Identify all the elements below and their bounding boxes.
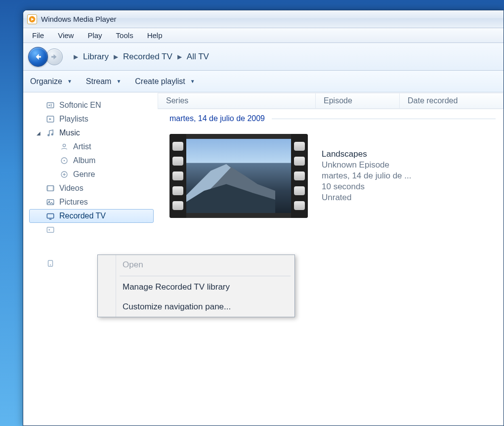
sidebar-item-music[interactable]: ◢ Music bbox=[29, 126, 154, 140]
breadcrumb-recorded-tv[interactable]: Recorded TV bbox=[123, 52, 172, 62]
sidebar-label: Pictures bbox=[59, 198, 88, 207]
expander-icon[interactable]: ◢ bbox=[37, 130, 41, 136]
column-headers: Series Episode Date recorded bbox=[158, 92, 504, 109]
toolbar: Organize ▼ Stream ▼ Create playlist ▼ bbox=[23, 71, 504, 92]
sidebar-item-videos[interactable]: Videos bbox=[29, 181, 154, 195]
nav-tree: Softonic EN Playlists ◢ Music bbox=[29, 98, 154, 270]
sidebar-label: Videos bbox=[59, 184, 84, 193]
titlebar: Windows Media Player bbox=[23, 10, 504, 28]
organize-dropdown[interactable]: Organize ▼ bbox=[30, 77, 72, 86]
ctx-open: Open bbox=[98, 255, 294, 275]
sidebar-label: Playlists bbox=[59, 115, 88, 124]
svg-rect-2 bbox=[47, 103, 54, 108]
sidebar-label: Genre bbox=[73, 170, 95, 179]
media-episode: Unknown Episode bbox=[322, 160, 411, 170]
date-group-header: martes, 14 de julio de 2009 bbox=[158, 109, 504, 125]
menu-play[interactable]: Play bbox=[81, 29, 109, 42]
sidebar-item-playlists[interactable]: Playlists bbox=[29, 112, 154, 126]
chevron-right-icon: ▶ bbox=[175, 53, 184, 60]
date-group-label: martes, 14 de julio de 2009 bbox=[169, 114, 265, 123]
forward-button[interactable] bbox=[46, 48, 63, 65]
app-window: Windows Media Player File View Play Tool… bbox=[23, 10, 504, 426]
svg-point-19 bbox=[48, 229, 50, 231]
stream-label: Stream bbox=[86, 77, 112, 86]
menu-view[interactable]: View bbox=[51, 29, 81, 42]
music-icon bbox=[45, 128, 55, 137]
svg-point-3 bbox=[48, 105, 50, 106]
media-rating: Unrated bbox=[322, 193, 411, 203]
tv-icon bbox=[45, 212, 55, 220]
sidebar-label: Softonic EN bbox=[59, 101, 101, 110]
genre-icon bbox=[59, 170, 69, 179]
chevron-down-icon: ▼ bbox=[67, 79, 72, 84]
media-title: Landscapes bbox=[322, 149, 411, 159]
sidebar: Softonic EN Playlists ◢ Music bbox=[23, 92, 158, 426]
svg-rect-18 bbox=[47, 227, 54, 233]
context-menu: Open Manage Recorded TV library Customiz… bbox=[97, 255, 295, 317]
menu-divider bbox=[120, 276, 291, 276]
media-metadata: Landscapes Unknown Episode martes, 14 de… bbox=[322, 149, 411, 203]
breadcrumb-all-tv[interactable]: All TV bbox=[187, 52, 209, 62]
album-icon bbox=[59, 156, 69, 165]
svg-point-7 bbox=[51, 133, 54, 136]
nav-row: ▶ Library ▶ Recorded TV ▶ All TV bbox=[23, 43, 504, 71]
col-date-recorded[interactable]: Date recorded bbox=[400, 93, 504, 109]
pictures-icon bbox=[45, 198, 55, 207]
breadcrumb-library[interactable]: Library bbox=[83, 52, 109, 62]
sidebar-item-artist[interactable]: Artist bbox=[29, 140, 154, 154]
svg-point-6 bbox=[47, 134, 50, 136]
svg-rect-13 bbox=[47, 186, 48, 191]
videos-icon bbox=[45, 184, 55, 193]
device-icon bbox=[45, 259, 55, 268]
stream-dropdown[interactable]: Stream ▼ bbox=[86, 77, 121, 86]
main-area: Softonic EN Playlists ◢ Music bbox=[23, 92, 504, 426]
playlist-icon bbox=[45, 115, 55, 124]
divider-line bbox=[272, 119, 496, 119]
sidebar-label: Album bbox=[73, 156, 95, 165]
breadcrumb: ▶ Library ▶ Recorded TV ▶ All TV bbox=[72, 52, 209, 62]
app-title: Windows Media Player bbox=[41, 15, 117, 23]
sidebar-label: Recorded TV bbox=[59, 212, 106, 220]
menu-help[interactable]: Help bbox=[140, 29, 169, 42]
media-duration: 10 seconds bbox=[322, 182, 411, 192]
chevron-down-icon: ▼ bbox=[190, 79, 195, 84]
create-playlist-label: Create playlist bbox=[135, 77, 185, 86]
app-icon bbox=[27, 14, 37, 24]
menu-tools[interactable]: Tools bbox=[109, 29, 140, 42]
menu-file[interactable]: File bbox=[25, 29, 51, 42]
filmstrip-right bbox=[291, 134, 308, 218]
library-icon bbox=[45, 101, 55, 110]
col-episode[interactable]: Episode bbox=[316, 93, 400, 109]
create-playlist-dropdown[interactable]: Create playlist ▼ bbox=[135, 77, 195, 86]
sidebar-item-genre[interactable]: Genre bbox=[29, 168, 154, 181]
artist-icon bbox=[59, 142, 69, 151]
chevron-right-icon: ▶ bbox=[72, 53, 80, 60]
thumbnail-image bbox=[186, 139, 291, 213]
filmstrip-left bbox=[169, 134, 186, 218]
sidebar-label: Music bbox=[59, 128, 80, 137]
media-item[interactable]: Landscapes Unknown Episode martes, 14 de… bbox=[158, 125, 504, 227]
media-date: martes, 14 de julio de ... bbox=[322, 171, 411, 181]
col-series[interactable]: Series bbox=[158, 93, 316, 109]
svg-marker-5 bbox=[49, 118, 52, 121]
sidebar-item-album[interactable]: Album bbox=[29, 154, 154, 168]
chevron-down-icon: ▼ bbox=[116, 79, 121, 84]
organize-label: Organize bbox=[30, 77, 62, 86]
svg-point-21 bbox=[50, 264, 51, 265]
ctx-customize-nav[interactable]: Customize navigation pane... bbox=[98, 297, 294, 317]
sidebar-item-extra1[interactable] bbox=[29, 223, 154, 237]
back-button[interactable] bbox=[28, 47, 48, 67]
sidebar-item-recorded-tv[interactable]: Recorded TV bbox=[29, 209, 154, 223]
library-icon bbox=[45, 225, 55, 234]
svg-point-10 bbox=[64, 160, 65, 162]
video-thumbnail bbox=[169, 134, 308, 218]
chevron-right-icon: ▶ bbox=[112, 53, 120, 60]
ctx-manage-library[interactable]: Manage Recorded TV library bbox=[98, 277, 294, 297]
menubar: File View Play Tools Help bbox=[23, 28, 504, 43]
sidebar-item-softonic[interactable]: Softonic EN bbox=[29, 98, 154, 112]
svg-rect-17 bbox=[47, 214, 54, 218]
svg-point-8 bbox=[63, 144, 65, 147]
nav-buttons bbox=[28, 47, 60, 67]
sidebar-label: Artist bbox=[73, 142, 91, 151]
sidebar-item-pictures[interactable]: Pictures bbox=[29, 195, 154, 209]
